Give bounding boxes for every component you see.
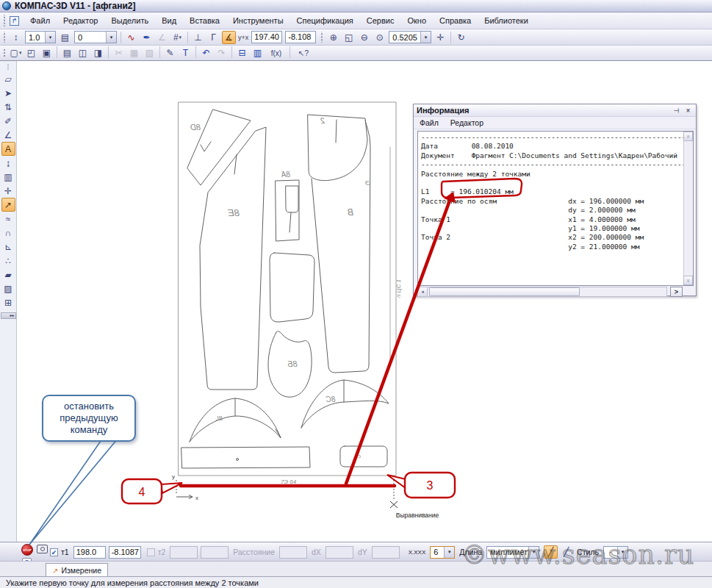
measure-nodes-tool-icon[interactable]: ∴ (1, 254, 15, 268)
precision-combo[interactable]: 6 ▾ (430, 546, 455, 559)
precision-value: 6 (431, 548, 444, 556)
callout-line: остановить (64, 401, 114, 412)
point1-checkbox[interactable]: ✔ (50, 548, 58, 556)
compact-toolbar: ▱➤⇅✐∠A↨▥✛↗≈∩⊾∴▰▨⊞ ▸▸ (0, 61, 17, 542)
scroll-right-button[interactable]: > (670, 287, 683, 297)
close-icon[interactable]: × (683, 106, 693, 115)
sheet-border (179, 102, 396, 476)
pattern-piece-8a-inner (286, 186, 298, 212)
point2-y-field[interactable] (201, 546, 229, 559)
measure-angle-tool-icon[interactable]: ⊾ (1, 240, 15, 254)
pattern-piece-2[interactable] (308, 115, 367, 181)
label-mark-c: с (358, 453, 361, 459)
axis-x-arrow (176, 495, 193, 499)
pattern-piece-b[interactable] (312, 121, 370, 373)
label-8a: 8А (281, 171, 291, 179)
pattern-piece-8c[interactable] (301, 380, 389, 428)
measure-curve-tool-icon[interactable]: ∩ (1, 226, 15, 240)
point2-checkbox[interactable] (147, 548, 155, 556)
label-8l: 8L (215, 415, 223, 422)
autohide-pin-icon[interactable]: ⊤ (672, 106, 681, 115)
measure-mass-tool-icon[interactable]: ▨ (1, 282, 15, 295)
label-8c: 8С (326, 395, 336, 404)
alignment-label: Выравнивание (396, 512, 439, 519)
pattern-strip[interactable] (181, 447, 310, 468)
axis-x-label: x (195, 495, 198, 501)
information-content-area: ----------------------------------------… (417, 131, 694, 286)
label-8b: 8Б (287, 359, 297, 368)
grain-line (336, 120, 337, 143)
measure-mc-tool-icon[interactable]: ⊞ (1, 295, 15, 309)
compact-icons: ▱➤⇅✐∠A↨▥✛↗≈∩⊾∴▰▨⊞ (1, 72, 15, 309)
toolbar-grip[interactable] (3, 63, 13, 71)
precision-label: X.XXX (409, 549, 426, 556)
callout-line: предыдущую (60, 412, 118, 424)
point1-label: т1 (61, 548, 69, 556)
point2-x-field[interactable] (170, 546, 198, 559)
information-panel-title: Информация (417, 106, 469, 115)
label-mark-e: Э (365, 179, 370, 187)
measure-tab-icon: ↗ (52, 567, 58, 575)
side-note: п ЦС 1 (395, 279, 402, 298)
label-b: В (348, 207, 353, 218)
distance-label: Расстояние (233, 548, 275, 556)
grain-line (290, 212, 291, 232)
select-tool-icon[interactable]: ➤ (1, 86, 15, 100)
alignment-cross-icon (390, 501, 398, 508)
pattern-piece-8a[interactable] (276, 180, 299, 241)
vertical-scrollbar[interactable]: ∧ ∨ (683, 132, 693, 285)
toggle-tool-icon[interactable]: ↨ (1, 156, 15, 170)
scroll-down-icon[interactable]: ∨ (683, 276, 693, 285)
edit-tool-icon[interactable]: ✐ (1, 114, 15, 128)
check-mark (201, 142, 211, 151)
stop-command-button[interactable]: STOP (21, 544, 33, 556)
text-input-tool-icon[interactable]: A (1, 142, 15, 156)
callout-line: команду (71, 424, 108, 436)
scroll-left-icon[interactable]: ◂ (418, 287, 428, 296)
measure-distance-tool-icon[interactable]: ↗ (1, 198, 15, 212)
dx-field[interactable] (326, 546, 353, 559)
measure-point-tool-icon[interactable]: ✛ (1, 184, 15, 198)
label-8d: 8D (190, 123, 201, 132)
panel-scroll-button[interactable]: ▸▸ (1, 312, 16, 319)
information-panel-titlebar[interactable]: Информация ⊤ × (414, 104, 696, 117)
info-menu-editor[interactable]: Редактор (445, 117, 489, 129)
pattern-piece-8e[interactable] (200, 127, 266, 390)
dy-field[interactable] (372, 546, 400, 559)
measure-area-tool-icon[interactable]: ▰ (1, 268, 15, 282)
info-menu-file[interactable]: Файл (414, 117, 445, 129)
information-panel-menu: ФайлРедактор (414, 117, 696, 129)
scroll-up-icon[interactable]: ∧ (683, 132, 693, 141)
document-tool-icon[interactable]: ▥ (1, 170, 15, 184)
label-2: 2 (320, 117, 326, 125)
horizontal-scrollbar[interactable]: ◂ (417, 287, 667, 297)
callout-bubble: остановить предыдущую команду (42, 395, 136, 442)
point2-label: т2 (158, 548, 166, 556)
pattern-piece-small[interactable] (340, 446, 387, 467)
dx-label: dX (312, 548, 321, 556)
information-panel: Информация ⊤ × ФайлРедактор ------------… (413, 104, 697, 296)
strip-mark (237, 459, 239, 461)
watermark: ©www.season.ru (461, 540, 711, 570)
kompas-3d-window: КОМПАС-3D V11 - [афгани2] ↱ ФайлРедактор… (0, 0, 712, 588)
bottom-note: 7Э 64 (281, 478, 297, 485)
tab-measurement[interactable]: ↗ Измерение (46, 563, 108, 577)
label-8e: 8Е (228, 207, 240, 218)
point1-x-field[interactable]: 198.0 (73, 546, 106, 559)
point1-y-field[interactable]: -8.1087 (109, 546, 141, 559)
angle-dimension-tool-icon[interactable]: ∠ (1, 128, 15, 142)
measurement-report: ----------------------------------------… (421, 133, 694, 251)
pattern-piece-center[interactable] (270, 253, 314, 322)
status-text: Укажите первую точку для измерения расст… (6, 578, 259, 587)
axis-y-label: у (172, 473, 175, 480)
measure-length-tool-icon[interactable]: ≈ (1, 212, 15, 226)
pattern-piece-8d[interactable] (187, 110, 251, 185)
dy-label: dY (358, 548, 367, 556)
distance-field[interactable] (279, 546, 307, 559)
shear-tool-icon[interactable]: ▱ (1, 72, 15, 86)
chevron-down-icon[interactable]: ▾ (444, 547, 454, 558)
scrollbar-thumb[interactable] (429, 287, 580, 296)
tab-label: Измерение (61, 566, 101, 575)
status-bar: Укажите первую точку для измерения расст… (0, 576, 712, 588)
move-points-tool-icon[interactable]: ⇅ (1, 100, 15, 114)
